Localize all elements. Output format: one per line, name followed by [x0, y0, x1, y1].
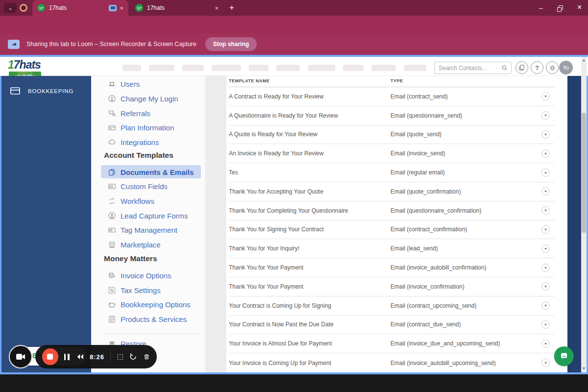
search-contacts-input[interactable] [434, 62, 512, 74]
table-row[interactable]: Thank You for Your PaymentEmail (invoice… [229, 258, 555, 277]
row-dropdown-button[interactable]: ▾ [541, 130, 550, 139]
tab-2[interactable]: 17 17hats × [130, 0, 223, 16]
loom-pause-button[interactable] [64, 354, 70, 360]
percent-icon [108, 286, 116, 294]
minimize-button[interactable]: – [539, 4, 543, 12]
loom-divider [110, 352, 111, 362]
row-dropdown-button[interactable]: ▾ [541, 340, 550, 348]
new-tab-button[interactable]: + [226, 2, 237, 13]
loom-share-icon [8, 40, 20, 49]
restore-button[interactable] [559, 5, 563, 10]
loom-delete-button[interactable] [143, 353, 150, 361]
table-row[interactable]: A Quote is Ready for Your ReviewEmail (q… [229, 125, 555, 145]
table-row[interactable]: An Invoice is Ready for Your ReviewEmail… [229, 144, 555, 163]
menu-item-lead-capture-forms[interactable]: Lead Capture Forms [108, 210, 188, 221]
chat-bubble-icon [559, 351, 569, 361]
primary-sidebar: BOOKKEEPING [1, 76, 91, 372]
table-row[interactable]: A Questionnaire is Ready for Your Review… [229, 106, 555, 125]
row-dropdown-button[interactable]: ▾ [541, 359, 550, 367]
users-icon [108, 80, 116, 88]
tab-1-close-icon[interactable]: × [120, 4, 123, 12]
table-row[interactable]: Your Invoice is Almost Due for PaymentEm… [229, 334, 555, 353]
right-app-edge [567, 76, 581, 372]
menu-item-tax-settings[interactable]: Tax Settings [108, 284, 161, 296]
loom-restart-button[interactable] [129, 353, 137, 361]
menu-heading-account-templates: Account Templates [104, 151, 173, 160]
row-dropdown-button[interactable]: ▾ [541, 301, 550, 310]
documents-copy-button[interactable] [515, 61, 528, 74]
menu-heading-money-matters: Money Matters [104, 254, 157, 263]
menu-item-bookkeeping-options[interactable]: Bookkeeping Options [108, 298, 191, 310]
row-dropdown-button[interactable]: ▾ [541, 225, 550, 234]
intercom-chat-button[interactable] [554, 346, 574, 366]
loom-stop-button[interactable] [42, 348, 58, 365]
settings-button[interactable] [546, 61, 559, 74]
question-icon: ? [535, 64, 539, 72]
loom-timer: 8:26 [90, 353, 104, 361]
menu-item-documents-emails[interactable]: Documents & Emails [108, 166, 194, 178]
table-row[interactable]: Thank You for Accepting Your QuoteEmail … [229, 182, 555, 201]
row-dropdown-button[interactable]: ▾ [541, 111, 550, 120]
table-row[interactable]: Thank You for Your PaymentEmail (invoice… [229, 277, 555, 296]
row-dropdown-button[interactable]: ▾ [541, 169, 550, 177]
table-row[interactable]: Thank You for Your Inquiry!Email (lead_s… [229, 239, 555, 258]
menu-item-products-services[interactable]: Products & Services [108, 313, 187, 325]
page-scrollbar[interactable]: ▲ ▼ [581, 57, 587, 372]
menu-item-referrals[interactable]: Referrals [108, 107, 150, 119]
bookkeeping-icon [10, 87, 20, 95]
row-dropdown-button[interactable]: ▾ [541, 282, 550, 291]
sidebar-item-bookkeeping[interactable]: BOOKKEEPING [10, 87, 74, 95]
table-row[interactable]: Thank You for Completing Your Questionna… [229, 201, 555, 220]
scrollbar-thumb[interactable] [582, 113, 586, 233]
table-row[interactable]: Your Contract is Coming Up for SigningEm… [229, 296, 555, 316]
column-header-type: TYPE [391, 78, 403, 83]
loom-control-bar: 8:26 [35, 345, 157, 368]
row-dropdown-button[interactable]: ▾ [541, 245, 550, 253]
tab-search-button[interactable]: ⌄ [4, 3, 17, 13]
user-avatar[interactable]: Yo [559, 61, 573, 74]
stop-sharing-button[interactable]: Stop sharing [205, 37, 257, 51]
menu-item-custom-fields[interactable]: Custom Fields [108, 180, 168, 192]
row-dropdown-button[interactable]: ▾ [541, 264, 550, 272]
loom-camera-button[interactable] [9, 345, 32, 368]
close-button[interactable]: × [577, 3, 582, 12]
row-dropdown-button[interactable]: ▾ [541, 187, 550, 196]
table-row[interactable]: A Contract is Ready for Your ReviewEmail… [229, 87, 555, 106]
table-row[interactable]: Your Invoice is Coming Up for PaymentEma… [229, 353, 555, 372]
table-row[interactable]: Your Contract is Now Past the Due DateEm… [229, 316, 555, 335]
menu-item-change-my-login[interactable]: Change My Login [108, 93, 178, 104]
scroll-down-arrow[interactable]: ▼ [581, 367, 587, 370]
menu-item-tag-management[interactable]: Tag Management [108, 224, 177, 236]
row-dropdown-button[interactable]: ▾ [541, 320, 550, 329]
scroll-up-arrow[interactable]: ▲ [581, 58, 587, 62]
menu-item-integrations[interactable]: Integrations [108, 136, 159, 148]
menu-item-plan-information[interactable]: Plan Information [108, 122, 174, 133]
row-dropdown-button[interactable]: ▾ [541, 92, 550, 100]
row-dropdown-button[interactable]: ▾ [541, 149, 550, 158]
panel-gutter [206, 76, 226, 372]
camera-icon [16, 353, 25, 361]
menu-item-marketplace[interactable]: Marketplace [108, 239, 161, 250]
help-button[interactable]: ? [531, 61, 543, 74]
price-list-icon [108, 315, 116, 323]
tab-1[interactable]: 17 17hats × [32, 0, 128, 16]
search-icon[interactable] [501, 65, 508, 72]
tab-2-close-icon[interactable]: × [215, 4, 219, 12]
loom-rewind-button[interactable] [75, 353, 84, 360]
menu-item-workflows[interactable]: Workflows [108, 195, 154, 207]
tab-search-chevron-icon: ⌄ [8, 5, 12, 11]
gear-icon [549, 64, 556, 72]
table-row[interactable]: TesEmail (regular email)▾ [229, 163, 555, 182]
row-dropdown-button[interactable]: ▾ [541, 206, 550, 215]
table-row[interactable]: Thank You for Signing Your ContractEmail… [229, 220, 555, 240]
sharing-banner-text: Sharing this tab to Loom – Screen Record… [26, 41, 196, 48]
loom-drag-handle-icon[interactable] [117, 353, 123, 361]
17hats-favicon: 17 [37, 4, 45, 12]
referrals-icon [108, 109, 116, 118]
menu-item-users[interactable]: Users [108, 78, 140, 90]
screen: ⌄ 17 17hats × 17 17hats × + – × ← → ↻ ad… [0, 0, 588, 392]
menu-item-invoice-options[interactable]: Invoice Options [108, 270, 171, 281]
tab-sharing-icon [109, 5, 117, 11]
tab-1-title: 17hats [49, 4, 67, 11]
table-rows: A Contract is Ready for Your ReviewEmail… [229, 87, 555, 372]
